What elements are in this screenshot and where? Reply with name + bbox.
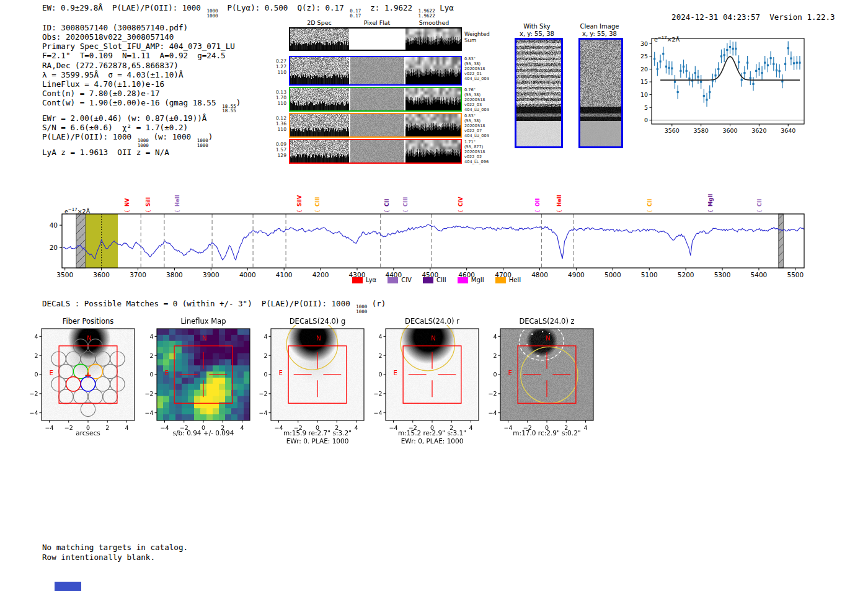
y-tick-label: −4	[488, 409, 497, 416]
text-segment: S/N = 6.6(±0.6) χ² = 1.7(±0.2)	[42, 123, 188, 132]
x-tick-label: 5000	[604, 271, 621, 278]
y-tick-label: 10	[640, 91, 648, 98]
y-tick-label: 2	[264, 352, 267, 359]
text-segment: Lyα	[435, 3, 454, 12]
text-segment: Cont(w) = 1.90(±0.00)e-16 (gmag 18.55	[42, 98, 221, 107]
data-point	[799, 62, 800, 64]
data-point	[700, 81, 702, 82]
fiber-weight-value: 0.09	[273, 141, 286, 147]
text-segment: EW: 0.9±29.8Å P(LAE)/P(OII): 1000	[42, 3, 205, 12]
data-point	[671, 68, 673, 69]
catalog-aperture-circle	[401, 325, 455, 371]
y-tick-label: −2	[144, 390, 153, 397]
clean-image-coords: x, y: 55, 38	[565, 30, 634, 37]
fiber-weight-value: 1.36	[273, 121, 286, 127]
data-point	[784, 63, 786, 65]
cutout-caption-line: EWr: 0, PLAE: 1000	[358, 437, 507, 445]
info-line: P(LAE)/P(OII): 1000 10001000 (w: 1000 10…	[42, 132, 241, 148]
text-segment: )	[236, 98, 241, 107]
text-segment: Cont(n) = 7.80(±0.28)e-17	[42, 89, 160, 98]
data-point	[770, 57, 772, 59]
emission-line-label: CII	[384, 199, 390, 207]
x-tick-label: 5500	[787, 271, 804, 278]
fraction-bottom: 0.17	[350, 14, 361, 19]
fiber-weight-value: 0.12	[273, 115, 286, 121]
y-tick-label: 0	[264, 371, 267, 378]
data-point	[764, 62, 766, 64]
fiber-weight-labels: 0.131.70110	[273, 89, 286, 106]
cutout-captions-z: m:17.0 rc:2.9" s:0.2"	[472, 429, 621, 437]
col-header-smoothed: Smoothed	[406, 19, 462, 26]
fraction-bottom: 1000	[138, 143, 149, 148]
info-line: Primary Spec_Slot_IFU_AMP: 404_073_071_L…	[42, 42, 241, 51]
emission-line-label: NV	[124, 198, 130, 207]
text-segment: F=2.1" T=0.109 N=1.11 A=0.92 g=24.5	[42, 51, 226, 60]
timestamp: 2024-12-31 04:23:57	[671, 12, 760, 22]
spec2d-cell-spec	[290, 140, 349, 162]
y-tick-label: 4	[378, 333, 382, 340]
data-point	[662, 53, 664, 55]
legend-label: CIV	[401, 277, 412, 283]
clean-image	[580, 40, 621, 146]
fiber-weight-value: 1.70	[273, 95, 286, 100]
y-tick-label: 20	[50, 244, 58, 251]
x-tick-label: 3800	[166, 271, 183, 278]
spectrum-line	[63, 224, 804, 260]
weighted-label-line2: Sum	[464, 37, 490, 43]
x-tick-label: 3600	[722, 127, 737, 134]
text-segment: z: 1.9622	[361, 3, 417, 12]
stacked-fraction: 10001000	[197, 138, 208, 148]
y-tick-label: −4	[144, 409, 153, 416]
spec2d-cell-smooth	[405, 29, 461, 50]
y-tick-label: 30	[640, 40, 648, 47]
data-point	[720, 55, 722, 57]
legend-item: HeII	[495, 277, 521, 283]
fiber-circle	[95, 377, 110, 391]
spec2d-cell-flat	[350, 114, 404, 136]
spec2d-cell-smooth	[405, 114, 461, 136]
spec2d-cell-smooth	[405, 140, 461, 162]
with-sky-image	[516, 40, 561, 146]
plot-border	[386, 329, 479, 420]
emission-line-brace: {	[403, 210, 409, 213]
data-point	[677, 91, 679, 93]
y-tick-label: −4	[259, 409, 267, 416]
y-tick-label: −4	[29, 409, 38, 416]
fraction-bottom: 1.9622	[418, 14, 435, 19]
data-point	[787, 47, 789, 49]
info-line: EWr = 2.00(±0.46) (w: 0.87(±0.19))Å	[42, 113, 241, 123]
fiber-circle	[81, 352, 95, 366]
fiber-id-labels: 0.83"(55, 38)20200518v022_01404_LU_003	[464, 57, 489, 82]
data-point	[790, 58, 792, 60]
legend-item: Lyα	[352, 277, 376, 283]
col-header-pixel-flat: Pixel Flat	[349, 19, 405, 26]
emission-line-label: CIII	[402, 197, 409, 207]
spec2d-cell-spec	[290, 57, 349, 84]
fiber-circle	[66, 352, 81, 366]
x-tick-label: 3600	[93, 271, 110, 278]
spec2d-cell-spec	[290, 29, 349, 50]
with-sky-title: With Sky	[503, 23, 571, 30]
version-label: Version 1.22.3	[769, 12, 835, 22]
spec2d-row	[289, 139, 462, 164]
spec2d-cell-flat	[350, 140, 404, 162]
data-point	[726, 49, 728, 51]
spec2d-cell-flat	[350, 88, 404, 110]
emission-line-label: OII	[534, 198, 541, 207]
selected-fiber-circle	[81, 377, 95, 391]
emission-line-label: CII	[756, 199, 763, 207]
text-segment: ID: 3008057140 (3008057140.pdf)	[42, 23, 188, 32]
data-point	[750, 77, 751, 79]
spec2d-cell-spec	[290, 88, 349, 110]
compass-east-label: E	[164, 370, 168, 376]
cutout-title-g: DECaLS(24.0) g	[259, 317, 376, 326]
fiber-weight-labels: 0.271.27110	[273, 58, 286, 75]
text-segment: Primary Spec_Slot_IFU_AMP: 404_073_071_L…	[42, 42, 235, 51]
fiber-weight-value: 129	[273, 153, 286, 158]
stacked-fraction: 1.96221.9622	[418, 9, 435, 18]
text-segment: DECaLS : Possible Matches = 0 (within +/…	[42, 299, 355, 308]
data-point	[653, 58, 655, 60]
info-line: RA,Dec (272.762878,65.866837)	[42, 61, 241, 70]
data-point	[724, 54, 725, 56]
summary-header: EW: 0.9±29.8Å P(LAE)/P(OII): 1000 100010…	[42, 3, 454, 19]
